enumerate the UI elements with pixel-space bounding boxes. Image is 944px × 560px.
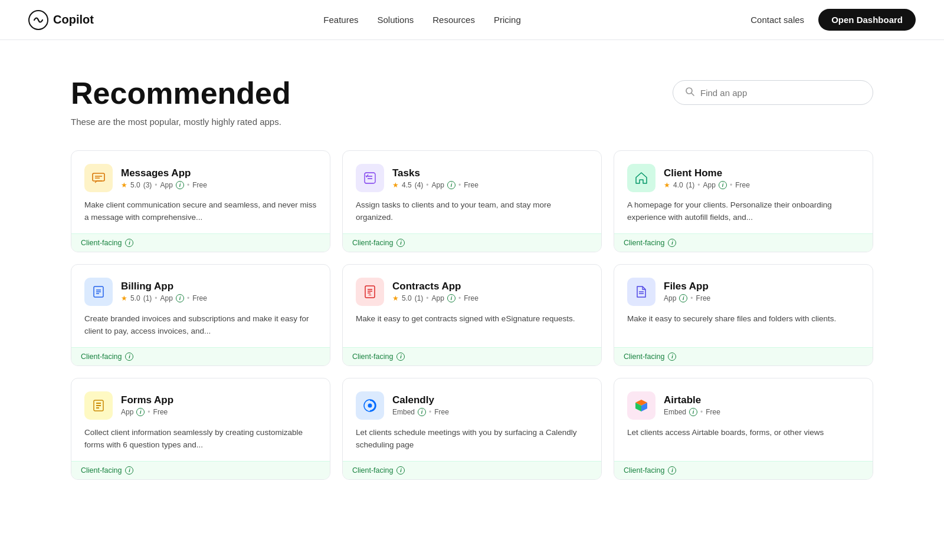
star-icon: ★ <box>121 181 127 189</box>
app-card-calendly[interactable]: Calendly Embedi•Free Let clients schedul… <box>342 378 602 480</box>
app-card-airtable[interactable]: Airtable Embedi•Free Let clients access … <box>614 378 873 480</box>
contact-sales-link[interactable]: Contact sales <box>750 15 804 25</box>
card-body: Files App Appi•Free Make it easy to secu… <box>614 265 873 347</box>
app-description: Create branded invoices and subscription… <box>84 313 317 338</box>
app-name: Files App <box>664 281 710 292</box>
rating-value: 4.5 <box>402 181 412 189</box>
footer-info-icon: i <box>668 239 676 247</box>
type-info-icon: i <box>176 294 184 302</box>
page-subtitle: These are the most popular, mostly highl… <box>71 117 291 127</box>
card-header: Billing App ★ 5.0 (1) •Appi•Free <box>84 278 317 306</box>
app-card-clienthome[interactable]: Client Home ★ 4.0 (1) •Appi•Free A homep… <box>614 150 873 252</box>
footer-info-icon: i <box>396 239 405 247</box>
card-footer: Client-facing i <box>614 461 873 479</box>
app-description: Assign tasks to clients and to your team… <box>356 199 588 224</box>
rating-count: (1) <box>143 294 152 302</box>
type-info-icon: i <box>679 294 687 302</box>
app-name: Contracts App <box>392 281 478 292</box>
client-facing-label: Client-facing <box>81 239 122 247</box>
price-badge: Free <box>696 294 711 302</box>
app-description: Make client communication secure and sea… <box>84 199 317 224</box>
app-grid: Messages App ★ 5.0 (3) •Appi•Free Make c… <box>71 150 873 480</box>
price-badge: Free <box>153 408 168 416</box>
card-title-block: Airtable Embedi•Free <box>664 394 720 416</box>
main-content: Recommended These are the most popular, … <box>0 40 944 515</box>
type-info-icon: i <box>418 408 426 416</box>
svg-rect-3 <box>93 173 104 181</box>
footer-info-icon: i <box>668 466 676 475</box>
app-card-tasks[interactable]: Tasks ★ 4.5 (4) •Appi•Free Assign tasks … <box>342 150 602 252</box>
card-body: Airtable Embedi•Free Let clients access … <box>614 378 873 461</box>
header-row: Recommended These are the most popular, … <box>71 75 873 127</box>
logo[interactable]: Copilot <box>28 10 94 30</box>
card-footer: Client-facing i <box>343 347 601 365</box>
app-icon-files <box>627 278 655 306</box>
card-body: Calendly Embedi•Free Let clients schedul… <box>343 378 601 461</box>
card-header: Client Home ★ 4.0 (1) •Appi•Free <box>627 164 860 192</box>
client-facing-label: Client-facing <box>352 353 393 361</box>
star-icon: ★ <box>121 294 127 302</box>
client-facing-label: Client-facing <box>624 466 664 475</box>
price-badge: Free <box>464 294 478 302</box>
card-title-block: Billing App ★ 5.0 (1) •Appi•Free <box>121 281 207 302</box>
app-type: Embed <box>392 408 415 416</box>
card-footer: Client-facing i <box>343 233 601 252</box>
app-description: Let clients access Airtable boards, form… <box>627 427 860 439</box>
app-icon-forms <box>84 391 113 420</box>
app-name: Calendly <box>392 394 449 406</box>
price-badge: Free <box>464 181 478 189</box>
client-facing-label: Client-facing <box>352 239 393 247</box>
card-header: Forms App Appi•Free <box>84 391 317 420</box>
svg-point-24 <box>368 403 372 407</box>
app-name: Forms App <box>121 394 173 406</box>
nav-resources[interactable]: Resources <box>432 15 475 25</box>
rating-count: (1) <box>415 294 424 302</box>
app-meta: Embedi•Free <box>392 408 449 416</box>
card-body: Billing App ★ 5.0 (1) •Appi•Free Create … <box>71 265 330 347</box>
search-bar[interactable] <box>673 80 873 105</box>
app-meta: ★ 5.0 (3) •Appi•Free <box>121 181 207 189</box>
app-meta: Embedi•Free <box>664 408 720 416</box>
open-dashboard-button[interactable]: Open Dashboard <box>818 9 916 31</box>
rating-count: (4) <box>415 181 424 189</box>
footer-info-icon: i <box>396 353 405 361</box>
search-icon <box>685 87 694 98</box>
app-type: App <box>121 408 133 416</box>
app-card-forms[interactable]: Forms App Appi•Free Collect client infor… <box>71 378 330 480</box>
app-type: App <box>160 181 173 189</box>
app-type: App <box>432 181 444 189</box>
price-badge: Free <box>192 294 207 302</box>
app-card-files[interactable]: Files App Appi•Free Make it easy to secu… <box>614 264 873 366</box>
type-info-icon: i <box>447 294 455 302</box>
app-meta: ★ 4.5 (4) •Appi•Free <box>392 181 478 189</box>
navbar: Copilot Features Solutions Resources Pri… <box>0 0 944 40</box>
card-header: Contracts App ★ 5.0 (1) •Appi•Free <box>356 278 588 306</box>
rating-count: (3) <box>143 181 152 189</box>
app-description: Collect client information seamlessly by… <box>84 427 317 452</box>
app-type: App <box>432 294 444 302</box>
app-card-messages[interactable]: Messages App ★ 5.0 (3) •Appi•Free Make c… <box>71 150 330 252</box>
app-card-billing[interactable]: Billing App ★ 5.0 (1) •Appi•Free Create … <box>71 264 330 366</box>
app-type: App <box>160 294 173 302</box>
svg-rect-13 <box>365 286 375 298</box>
card-body: Forms App Appi•Free Collect client infor… <box>71 378 330 461</box>
card-footer: Client-facing i <box>71 347 330 365</box>
nav-features[interactable]: Features <box>323 15 358 25</box>
page-title: Recommended <box>71 75 291 111</box>
card-footer: Client-facing i <box>71 461 330 479</box>
card-title-block: Messages App ★ 5.0 (3) •Appi•Free <box>121 167 207 189</box>
search-input[interactable] <box>700 88 861 98</box>
card-title-block: Files App Appi•Free <box>664 281 710 302</box>
price-badge: Free <box>706 408 720 416</box>
nav-pricing[interactable]: Pricing <box>494 15 521 25</box>
card-footer: Client-facing i <box>71 233 330 252</box>
app-description: Make it easy to securely share files and… <box>627 313 860 325</box>
nav-solutions[interactable]: Solutions <box>378 15 414 25</box>
app-meta: ★ 5.0 (1) •Appi•Free <box>392 294 478 302</box>
footer-info-icon: i <box>125 353 133 361</box>
app-meta: ★ 5.0 (1) •Appi•Free <box>121 294 207 302</box>
card-header: Calendly Embedi•Free <box>356 391 588 420</box>
card-title-block: Calendly Embedi•Free <box>392 394 449 416</box>
app-card-contracts[interactable]: Contracts App ★ 5.0 (1) •Appi•Free Make … <box>342 264 602 366</box>
card-title-block: Forms App Appi•Free <box>121 394 173 416</box>
